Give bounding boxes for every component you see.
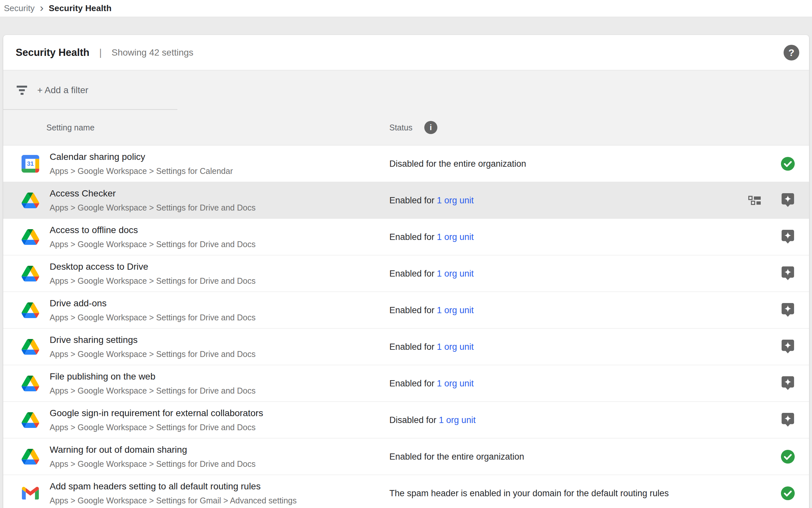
setting-path: Apps > Google Workspace > Settings for D… <box>50 423 263 432</box>
setting-status: Enabled for the entire organization <box>389 452 524 462</box>
filter-icon <box>16 86 28 95</box>
table-header: Setting name Status i <box>3 110 809 145</box>
info-icon[interactable]: i <box>424 121 437 134</box>
settings-table-body: 31 Calendar sharing policy Apps > Google… <box>3 145 809 508</box>
status-text: Disabled for the entire organization <box>389 159 526 168</box>
table-row[interactable]: Access Checker Apps > Google Workspace >… <box>3 182 809 219</box>
setting-text: Calendar sharing policy Apps > Google Wo… <box>50 152 233 175</box>
status-text: Enabled for <box>389 305 437 315</box>
breadcrumb-parent-link[interactable]: Security <box>4 3 35 13</box>
org-unit-link[interactable]: 1 org unit <box>437 195 474 205</box>
table-row[interactable]: Desktop access to Drive Apps > Google Wo… <box>3 255 809 292</box>
status-text: The spam header is enabled in your domai… <box>389 488 669 498</box>
drive-icon <box>21 265 39 283</box>
drive-icon <box>21 301 39 319</box>
org-unit-link[interactable]: 1 org unit <box>439 415 476 425</box>
table-row[interactable]: Warning for out of domain sharing Apps >… <box>3 438 809 475</box>
setting-status: The spam header is enabled in your domai… <box>389 488 669 498</box>
table-row[interactable]: Add spam headers setting to all default … <box>3 475 809 508</box>
drive-icon <box>21 228 39 246</box>
setting-status: Enabled for 1 org unit <box>389 268 474 279</box>
chevron-right-icon: › <box>40 3 43 14</box>
table-row[interactable]: Google sign-in requirement for external … <box>3 402 809 438</box>
setting-status: Enabled for 1 org unit <box>389 342 474 352</box>
setting-text: Add spam headers setting to all default … <box>50 481 297 505</box>
org-unit-link[interactable]: 1 org unit <box>437 305 474 315</box>
settings-count: Showing 42 settings <box>112 47 194 58</box>
security-health-card: Security Health | Showing 42 settings ? … <box>3 35 809 508</box>
status-column-label: Status <box>389 123 413 132</box>
add-filter-label: + Add a filter <box>37 85 88 95</box>
recommendation-flag-icon[interactable] <box>780 375 795 392</box>
breadcrumb-current: Security Health <box>49 3 111 13</box>
setting-path: Apps > Google Workspace > Settings for C… <box>50 166 233 175</box>
setting-path: Apps > Google Workspace > Settings for D… <box>50 386 255 395</box>
status-text: Enabled for <box>389 232 437 242</box>
setting-name: Add spam headers setting to all default … <box>50 481 297 492</box>
drive-icon <box>21 411 39 429</box>
status-column-header: Status i <box>389 121 437 134</box>
setting-status: Enabled for 1 org unit <box>389 305 474 315</box>
filter-bar: + Add a filter <box>3 70 809 110</box>
setting-name: Desktop access to Drive <box>50 261 255 272</box>
org-unit-link[interactable]: 1 org unit <box>437 342 474 351</box>
recommendation-flag-icon[interactable] <box>780 265 795 282</box>
status-text: Disabled for <box>389 415 439 425</box>
recommendation-flag-icon[interactable] <box>780 302 795 319</box>
setting-name: Warning for out of domain sharing <box>50 444 255 455</box>
drive-icon <box>21 192 39 209</box>
setting-name-column-header: Setting name <box>46 123 94 132</box>
setting-path: Apps > Google Workspace > Settings for D… <box>50 459 255 468</box>
setting-text: Google sign-in requirement for external … <box>50 408 263 432</box>
drive-icon <box>21 375 39 392</box>
setting-text: Desktop access to Drive Apps > Google Wo… <box>50 261 255 285</box>
status-text: Enabled for <box>389 378 437 388</box>
status-ok-check-icon <box>780 156 795 172</box>
setting-name: Calendar sharing policy <box>50 152 233 162</box>
setting-name: Google sign-in requirement for external … <box>50 408 263 418</box>
org-unit-link[interactable]: 1 org unit <box>437 378 474 388</box>
recommendation-flag-icon[interactable] <box>780 229 795 245</box>
setting-name: Drive sharing settings <box>50 335 255 345</box>
recommendation-flag-icon[interactable] <box>780 412 795 428</box>
table-row[interactable]: Drive sharing settings Apps > Google Wor… <box>3 329 809 365</box>
setting-name: File publishing on the web <box>50 371 255 382</box>
status-text: Enabled for <box>389 195 437 205</box>
status-ok-check-icon <box>780 449 795 465</box>
title-separator: | <box>99 47 102 58</box>
setting-path: Apps > Google Workspace > Settings for D… <box>50 203 255 212</box>
setting-path: Apps > Google Workspace > Settings for D… <box>50 240 255 249</box>
recommendation-flag-icon[interactable] <box>780 339 795 355</box>
svg-text:31: 31 <box>27 160 34 167</box>
org-units-icon <box>748 196 761 205</box>
org-unit-link[interactable]: 1 org unit <box>437 232 474 242</box>
setting-status: Disabled for the entire organization <box>389 159 526 169</box>
setting-name: Access to offline docs <box>50 225 255 236</box>
recommendation-flag-icon[interactable] <box>780 192 795 209</box>
setting-text: Drive add-ons Apps > Google Workspace > … <box>50 298 255 322</box>
table-row[interactable]: File publishing on the web Apps > Google… <box>3 365 809 402</box>
setting-text: Access Checker Apps > Google Workspace >… <box>50 188 255 212</box>
drive-icon <box>21 448 39 466</box>
setting-status: Enabled for 1 org unit <box>389 195 474 205</box>
table-row[interactable]: Access to offline docs Apps > Google Wor… <box>3 219 809 255</box>
help-icon[interactable]: ? <box>783 45 799 60</box>
setting-path: Apps > Google Workspace > Settings for D… <box>50 349 255 358</box>
card-header: Security Health | Showing 42 settings ? <box>3 35 809 70</box>
table-row[interactable]: Drive add-ons Apps > Google Workspace > … <box>3 292 809 329</box>
setting-name: Drive add-ons <box>50 298 255 308</box>
status-text: Enabled for <box>389 268 437 278</box>
setting-status: Disabled for 1 org unit <box>389 415 476 425</box>
org-unit-link[interactable]: 1 org unit <box>437 268 474 278</box>
drive-icon <box>21 338 39 356</box>
setting-status: Enabled for 1 org unit <box>389 378 474 388</box>
status-ok-check-icon <box>780 485 795 502</box>
calendar-icon: 31 <box>21 155 39 173</box>
table-row[interactable]: 31 Calendar sharing policy Apps > Google… <box>3 145 809 182</box>
add-filter-button[interactable]: + Add a filter <box>3 85 88 95</box>
setting-path: Apps > Google Workspace > Settings for D… <box>50 313 255 322</box>
setting-text: Drive sharing settings Apps > Google Wor… <box>50 335 255 358</box>
setting-path: Apps > Google Workspace > Settings for G… <box>50 496 297 505</box>
gmail-icon <box>21 484 39 502</box>
setting-status: Enabled for 1 org unit <box>389 232 474 242</box>
